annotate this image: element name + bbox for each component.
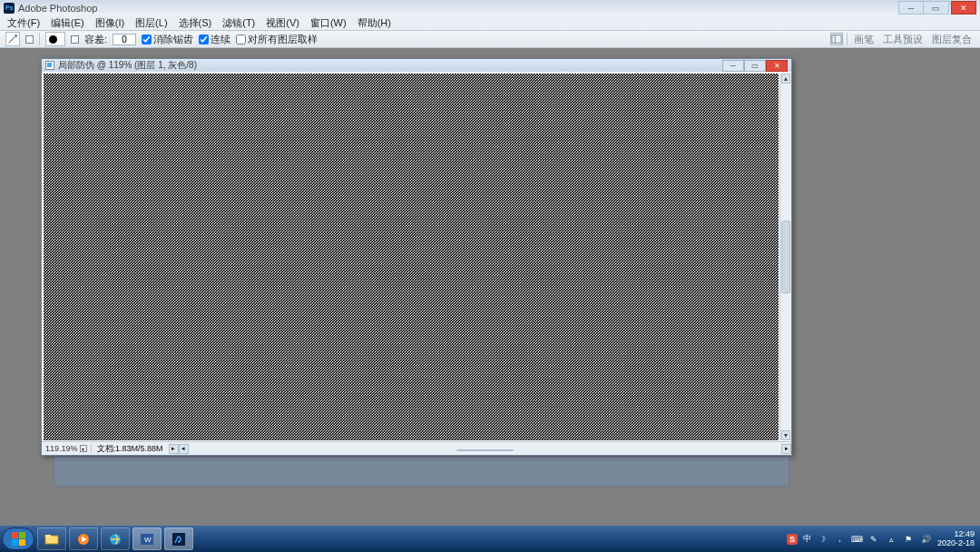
brush-preview[interactable] — [45, 32, 65, 46]
taskbar-word[interactable]: W — [132, 527, 162, 550]
zoom-display[interactable]: 119.19% ▾ — [42, 444, 92, 453]
close-button[interactable]: ✕ — [951, 1, 976, 15]
all-layers-label: 对所有图层取样 — [248, 33, 318, 46]
palette-tab-preset[interactable]: 工具预设 — [880, 33, 926, 46]
antialias-label: 消除锯齿 — [153, 33, 193, 46]
window-controls: ─ ▭ ✕ — [898, 1, 976, 15]
ime-softkbd-icon[interactable]: ⌨ — [851, 533, 863, 545]
menu-filter[interactable]: 滤镜(T) — [219, 16, 259, 30]
separator — [847, 33, 848, 45]
menu-help[interactable]: 帮助(H) — [354, 16, 395, 30]
doc-close-button[interactable]: ✕ — [766, 60, 788, 72]
minimize-button[interactable]: ─ — [898, 1, 924, 15]
canvas[interactable] — [44, 74, 779, 440]
document-icon — [45, 61, 54, 70]
menu-view[interactable]: 视图(V) — [262, 16, 303, 30]
contiguous-checkbox[interactable] — [199, 34, 209, 44]
windows-logo-icon — [12, 532, 25, 546]
svg-rect-9 — [172, 533, 185, 546]
options-bar: 容差: 消除锯齿 连续 对所有图层取样 画笔 工具预设 图层复合 — [0, 31, 980, 48]
windows-taskbar: W S 中 ☽ ， ⌨ ✎ ▵ ⚑ 🔊 12:49 2020-2-18 — [0, 526, 980, 552]
menu-layer[interactable]: 图层(L) — [132, 16, 171, 30]
zoom-dropdown[interactable]: ▾ — [80, 445, 87, 452]
tray-expand-icon[interactable]: ▵ — [886, 533, 897, 545]
system-tray: S 中 ☽ ， ⌨ ✎ ▵ ⚑ 🔊 12:49 2020-2-18 — [787, 530, 978, 548]
menu-edit[interactable]: 编辑(E) — [47, 16, 88, 30]
menu-bar: 文件(F) 编辑(E) 图像(I) 图层(L) 选择(S) 滤镜(T) 视图(V… — [0, 15, 980, 31]
svg-text:W: W — [144, 536, 152, 544]
separator — [39, 33, 40, 45]
ime-settings-icon[interactable]: ✎ — [868, 533, 880, 545]
menu-image[interactable]: 图像(I) — [92, 16, 128, 30]
photoshop-icon — [4, 3, 15, 14]
background-panel — [54, 457, 789, 487]
scroll-right-button[interactable]: ▸ — [781, 444, 791, 454]
contiguous-option[interactable]: 连续 — [199, 33, 230, 46]
palette-tab-comps[interactable]: 图层复合 — [929, 33, 975, 46]
ime-halfwidth-icon[interactable]: ☽ — [817, 533, 828, 545]
menu-file[interactable]: 文件(F) — [4, 16, 44, 30]
taskbar-clock[interactable]: 12:49 2020-2-18 — [937, 530, 975, 548]
taskbar-photoshop[interactable] — [164, 527, 193, 550]
menu-window[interactable]: 窗口(W) — [307, 16, 350, 30]
status-bar: 119.19% ▾ 文档:1.83M/5.88M ▸ ◂ ▸ — [42, 441, 791, 455]
action-flag-icon[interactable]: ⚑ — [903, 533, 915, 545]
palette-well: 画笔 工具预设 图层复合 — [830, 33, 975, 46]
start-button[interactable] — [2, 527, 34, 550]
toggle-panels-icon[interactable] — [830, 33, 843, 45]
scroll-up-button[interactable]: ▲ — [781, 74, 790, 84]
maximize-button[interactable]: ▭ — [924, 1, 949, 15]
all-layers-option[interactable]: 对所有图层取样 — [236, 33, 318, 46]
tolerance-input[interactable] — [113, 34, 136, 45]
volume-icon[interactable]: 🔊 — [920, 533, 932, 545]
workspace: 局部防伪 @ 119% (图层 1, 灰色/8) ─ ▭ ✕ ▲ ▼ 119.1… — [0, 48, 980, 526]
scroll-down-button[interactable]: ▼ — [781, 430, 790, 440]
svg-rect-3 — [45, 535, 51, 537]
clock-date: 2020-2-18 — [937, 539, 975, 548]
contiguous-label: 连续 — [211, 33, 230, 46]
zoom-value: 119.19% — [45, 444, 78, 453]
antialias-option[interactable]: 消除锯齿 — [142, 33, 193, 46]
tolerance-label: 容差: — [84, 33, 107, 46]
ime-language-text[interactable]: 中 — [803, 533, 811, 545]
antialias-checkbox[interactable] — [142, 34, 152, 44]
scroll-left-button[interactable]: ◂ — [179, 444, 189, 454]
document-status[interactable]: 文档:1.83M/5.88M — [92, 443, 169, 455]
tool-preset-dropdown[interactable] — [25, 35, 34, 44]
vertical-scroll-thumb[interactable] — [781, 221, 790, 294]
status-flyout-button[interactable]: ▸ — [169, 444, 179, 454]
magic-wand-icon[interactable] — [5, 32, 20, 46]
document-body: ▲ ▼ 119.19% ▾ 文档:1.83M/5.88M ▸ ◂ ▸ — [42, 72, 791, 455]
horizontal-scroll-thumb[interactable] — [456, 449, 514, 451]
doc-maximize-button[interactable]: ▭ — [744, 60, 766, 72]
document-title: 局部防伪 @ 119% (图层 1, 灰色/8) — [58, 59, 197, 72]
main-title-bar: Adobe Photoshop ─ ▭ ✕ — [0, 0, 980, 15]
document-title-bar[interactable]: 局部防伪 @ 119% (图层 1, 灰色/8) ─ ▭ ✕ — [42, 59, 791, 72]
taskbar-media-player[interactable] — [69, 527, 98, 550]
document-window: 局部防伪 @ 119% (图层 1, 灰色/8) ─ ▭ ✕ ▲ ▼ 119.1… — [41, 58, 792, 456]
all-layers-checkbox[interactable] — [236, 34, 246, 44]
doc-minimize-button[interactable]: ─ — [722, 60, 744, 72]
svg-rect-0 — [832, 35, 841, 44]
vertical-scrollbar[interactable]: ▲ ▼ — [779, 74, 791, 440]
taskbar-ie[interactable] — [101, 527, 130, 550]
app-title: Adobe Photoshop — [18, 3, 97, 14]
menu-select[interactable]: 选择(S) — [175, 16, 216, 30]
ime-punct-icon[interactable]: ， — [834, 533, 846, 545]
brush-dropdown[interactable] — [71, 35, 79, 44]
ime-indicator-badge[interactable]: S — [787, 534, 798, 545]
taskbar-explorer[interactable] — [37, 527, 66, 550]
palette-tab-brush[interactable]: 画笔 — [851, 33, 877, 46]
